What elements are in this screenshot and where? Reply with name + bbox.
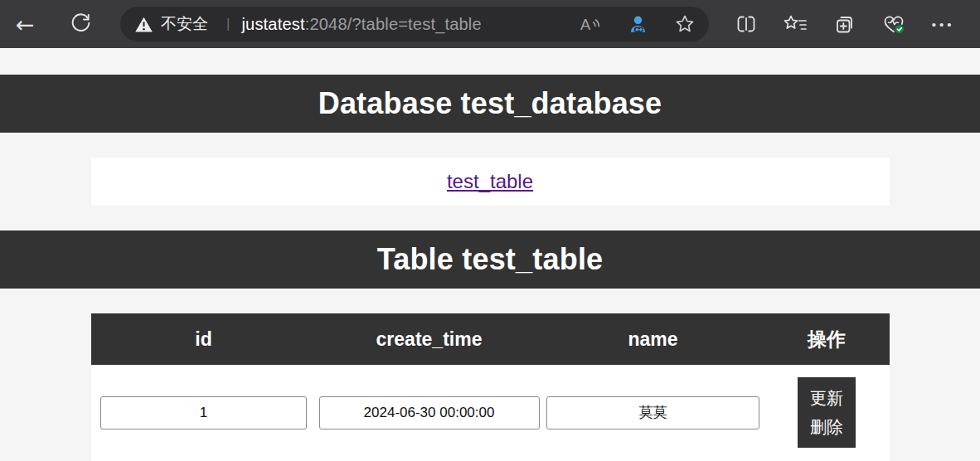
url-path: :2048/?table=test_table: [305, 15, 482, 33]
back-icon: ←: [16, 13, 35, 36]
svg-text:A: A: [580, 16, 591, 33]
collections-button[interactable]: [833, 12, 856, 36]
more-dots-icon: •••: [932, 18, 955, 31]
favorites-star-list-icon: [783, 13, 808, 35]
address-divider: |: [226, 16, 230, 32]
collections-icon: [833, 12, 856, 36]
page-content: Database test_database test_table Table …: [0, 75, 980, 461]
create-time-input[interactable]: [319, 396, 540, 429]
table-row: 更新 删除: [91, 377, 890, 448]
id-input[interactable]: [100, 396, 307, 429]
bookmark-star-button[interactable]: [674, 13, 696, 35]
table-link[interactable]: test_table: [447, 170, 533, 193]
refresh-icon: [70, 12, 92, 37]
back-button[interactable]: ←: [7, 6, 43, 42]
name-input[interactable]: [546, 396, 759, 429]
create-time-cell: [317, 396, 542, 429]
browser-essentials-button[interactable]: [881, 12, 906, 36]
delete-button[interactable]: 删除: [810, 418, 843, 436]
split-screen-icon: [735, 12, 758, 36]
table-header-row: id create_time name 操作: [91, 313, 890, 365]
column-header-id: id: [91, 328, 317, 351]
address-bar-actions: A: [580, 13, 696, 36]
table-links-card: test_table: [91, 158, 890, 206]
actions-cell: 更新 删除: [764, 377, 890, 448]
more-options-button[interactable]: •••: [932, 18, 955, 31]
not-secure-warning-icon: [134, 16, 153, 33]
table-heading: Table test_table: [377, 242, 604, 277]
data-table: id create_time name 操作 更新 删除: [91, 313, 890, 461]
read-aloud-icon: A: [580, 14, 602, 35]
heart-health-check-icon: [881, 12, 906, 36]
security-label: 不安全: [161, 13, 208, 35]
column-header-name: name: [542, 328, 764, 351]
update-button[interactable]: 更新: [810, 389, 843, 407]
actions-block: 更新 删除: [798, 377, 856, 448]
url-text: justatest:2048/?table=test_table: [241, 15, 481, 34]
column-header-create-time: create_time: [317, 328, 542, 351]
refresh-button[interactable]: [62, 6, 99, 42]
database-heading-band: Database test_database: [0, 75, 980, 133]
star-icon: [674, 13, 696, 35]
profile-button[interactable]: [627, 13, 649, 36]
address-bar[interactable]: 不安全 | justatest:2048/?table=test_table A: [120, 7, 709, 41]
name-cell: [542, 396, 764, 429]
toolbar-right-actions: •••: [709, 12, 980, 36]
browser-toolbar: ← 不安全 | justatest:2048/?table=test_table: [0, 0, 980, 48]
profile-person-icon: [627, 13, 649, 36]
table-body: 更新 删除: [91, 365, 890, 461]
read-aloud-button[interactable]: A: [580, 14, 602, 35]
favorites-button[interactable]: [783, 13, 808, 35]
split-screen-button[interactable]: [735, 12, 758, 36]
database-heading: Database test_database: [318, 86, 662, 121]
id-cell: [91, 396, 317, 429]
url-host: justatest: [241, 15, 304, 33]
table-heading-band: Table test_table: [0, 230, 980, 289]
column-header-actions: 操作: [764, 327, 890, 352]
